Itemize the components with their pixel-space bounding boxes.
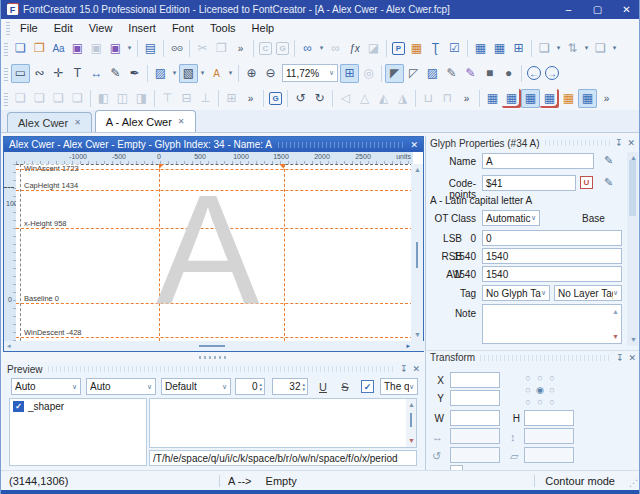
rotate-ccw-icon[interactable]: ↺ [291, 89, 310, 108]
metrics-columns-icon[interactable]: ▦ [578, 89, 597, 108]
kerning-left-icon[interactable]: ▦ [502, 89, 521, 108]
menu-file[interactable]: File [12, 21, 46, 35]
insert-rectangle-icon[interactable]: ■ [480, 64, 499, 83]
glyph-info-icon[interactable]: ▦ [490, 39, 509, 58]
duplicate-glyph-icon[interactable]: ❏ [591, 39, 610, 58]
preview-render-area[interactable]: ▲ ▼ [149, 398, 417, 448]
rotate-right-90-icon[interactable]: ◮ [393, 89, 412, 108]
panel-splitter[interactable] [3, 353, 424, 361]
paste-contours-icon[interactable]: C [259, 42, 272, 55]
layer-tag-select[interactable]: No Layer Tag ∨ [554, 285, 622, 301]
zoom-out-icon[interactable]: ⊖ [261, 64, 280, 83]
origin-radio[interactable]: ○ [546, 396, 558, 408]
scroll-up-icon[interactable]: ▲ [414, 165, 421, 175]
cut-icon[interactable]: ✂ [193, 39, 212, 58]
pin-icon[interactable]: ↧ [400, 364, 408, 374]
shaper-list[interactable]: ✓ _shaper [9, 398, 147, 466]
scrollbar-thumb[interactable] [199, 345, 225, 347]
glyph-name-field[interactable] [482, 153, 594, 169]
paste-glyph-icon[interactable]: G [276, 42, 289, 55]
insert-ellipse-icon[interactable]: ● [499, 64, 518, 83]
preview-sample-select[interactable]: The q ∨ [380, 378, 418, 395]
glyph-outline[interactable]: A [156, 164, 259, 338]
font-properties-icon[interactable]: P [392, 42, 405, 55]
scroll-down-icon[interactable]: ▼ [408, 436, 415, 446]
unicode-badge-icon[interactable]: U [580, 176, 593, 189]
horizontal-ruler[interactable]: -1000 -500 0 500 1000 1500 2000 2500 uni… [16, 152, 413, 164]
external-preview-icon[interactable]: ⊞ [509, 39, 528, 58]
preview-text-input[interactable] [149, 450, 417, 466]
preview-options-checkbox[interactable]: ✓ [361, 380, 374, 393]
font-overview-icon[interactable]: Aa [49, 39, 68, 58]
scrollbar-thumb[interactable] [629, 160, 636, 216]
send-to-back-icon[interactable]: ❏ [68, 89, 87, 108]
next-glyph-icon[interactable]: → [545, 66, 559, 80]
origin-radio-selected[interactable]: ◉ [534, 384, 546, 396]
copy-icon[interactable]: ❐ [212, 39, 231, 58]
list-item[interactable]: ✓ _shaper [10, 399, 146, 414]
menu-view[interactable]: View [81, 21, 121, 35]
menu-font[interactable]: Font [164, 21, 202, 35]
preview-font-select[interactable]: Auto ∨ [11, 378, 81, 395]
contour-mode-icon[interactable]: ◸ [404, 64, 423, 83]
align-right-icon[interactable]: ◨ [132, 89, 151, 108]
fill-mode-icon[interactable]: ▧ [179, 64, 198, 83]
origin-radio[interactable]: ○ [534, 396, 546, 408]
close-button[interactable]: ✕ [612, 0, 640, 19]
glyph-canvas[interactable]: WinAscent 1723 CapHeight 1434 x-Height 9… [16, 164, 413, 341]
background-image-icon[interactable]: ▨ [151, 64, 170, 83]
transform-h-field[interactable] [524, 410, 574, 426]
glyph-tag-select[interactable]: No Glyph Tag ∨ [482, 285, 550, 301]
fill-dropdown-icon[interactable]: ▾ [198, 64, 207, 83]
menu-edit[interactable]: Edit [46, 21, 81, 35]
swap-dropdown-icon[interactable]: ▾ [582, 39, 591, 58]
panel-close-icon[interactable]: ✕ [627, 138, 635, 148]
duplicate-dropdown-icon[interactable]: ▾ [610, 39, 619, 58]
font-settings-icon[interactable]: ▦ [407, 39, 426, 58]
preview-features-select[interactable]: Auto ∨ [86, 378, 156, 395]
canvas-vertical-scrollbar[interactable]: ▲ ▼ [411, 164, 423, 341]
send-backward-icon[interactable]: ❏ [49, 89, 68, 108]
pointer-mode-icon[interactable]: ◤ [385, 64, 404, 83]
clear-icon[interactable]: ◪ [364, 39, 383, 58]
underline-button[interactable]: U [315, 378, 331, 395]
union-contours-icon[interactable]: ⊔ [419, 89, 438, 108]
unlink-composite-icon[interactable]: ∞ [326, 39, 345, 58]
panel-close-icon[interactable]: ✕ [628, 353, 636, 363]
scrollbar-thumb[interactable] [416, 242, 418, 268]
codepoints-field[interactable] [482, 175, 576, 191]
tab-close-icon[interactable]: ✕ [178, 117, 185, 126]
pin-icon[interactable]: ↧ [616, 353, 624, 363]
scroll-down-icon[interactable]: ▼ [612, 332, 619, 342]
save-all-icon[interactable]: ▣ [106, 39, 125, 58]
transform-w-field[interactable] [450, 410, 500, 426]
origin-radio[interactable]: ○ [546, 372, 558, 384]
preview-size-stepper[interactable]: 32 ▴▾ [272, 378, 308, 395]
previous-glyph-icon[interactable]: ← [527, 66, 541, 80]
edit-wand-icon[interactable]: ✎ [604, 176, 613, 189]
note-field[interactable] [482, 304, 622, 344]
strikeout-button[interactable]: S [337, 378, 353, 395]
transform-y-field[interactable] [450, 390, 500, 406]
pin-icon[interactable]: ↧ [615, 138, 623, 148]
kerning-right-icon[interactable]: ▦ [540, 89, 559, 108]
preview-scrollbar[interactable]: ▲ ▼ [406, 399, 416, 447]
shaper-checkbox[interactable]: ✓ [13, 401, 24, 412]
flip-horizontal-icon[interactable]: ◁ [336, 89, 355, 108]
metrics-lock-icon[interactable]: ▦ [559, 89, 578, 108]
origin-radio[interactable]: ○ [546, 384, 558, 396]
align-center-icon[interactable]: ◫ [113, 89, 132, 108]
minimize-button[interactable]: – [554, 0, 583, 19]
scroll-right-icon[interactable]: ▸ [406, 341, 410, 351]
preview-spacing-stepper[interactable]: 0 ▴▾ [235, 378, 265, 395]
freehand-select-icon[interactable]: ∾ [30, 64, 49, 83]
save-copy-icon[interactable]: ▣ [87, 39, 106, 58]
scroll-down-icon[interactable]: ▼ [630, 335, 637, 345]
advance-width-marker[interactable] [279, 164, 284, 169]
panel-close-icon[interactable]: ✕ [412, 364, 420, 374]
scroll-down-icon[interactable]: ▼ [414, 330, 421, 340]
align-top-icon[interactable]: ⊤ [158, 89, 177, 108]
align-left-icon[interactable]: ◧ [94, 89, 113, 108]
select-tool-icon[interactable]: ▭ [11, 64, 30, 83]
properties-scrollbar[interactable]: ▲ ▼ [627, 152, 638, 346]
